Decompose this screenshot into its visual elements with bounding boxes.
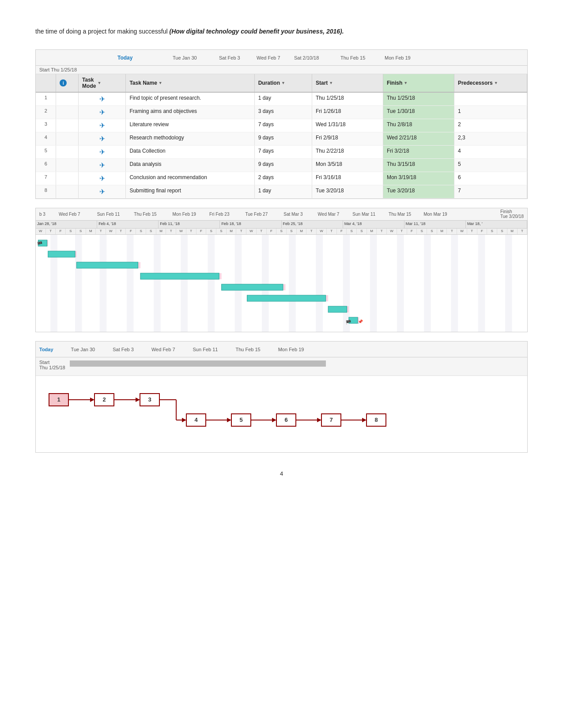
col-task-mode[interactable]: TaskMode ▼	[79, 74, 126, 92]
row-task-name: Framing aims and objectives	[126, 106, 254, 119]
day-t12: T	[447, 229, 457, 234]
day-s11: S	[417, 229, 427, 234]
day-m2: M	[156, 229, 166, 234]
start-dropdown-arrow[interactable]: ▼	[329, 81, 333, 85]
day-t2: T	[96, 229, 106, 234]
svg-marker-44	[136, 398, 140, 402]
col-start[interactable]: Start ▼	[312, 74, 383, 92]
date-label-4: Thu Feb 15	[340, 55, 365, 60]
day-s6: S	[216, 229, 227, 234]
svg-text:3: 3	[148, 396, 151, 403]
day-w2: W	[106, 229, 116, 234]
day-m6: M	[437, 229, 447, 234]
row-finish: Thu 3/15/18	[383, 159, 454, 172]
svg-rect-4	[154, 235, 161, 332]
day-w4: W	[246, 229, 257, 234]
row-num: 3	[36, 119, 56, 132]
date-label-sat: Sat 2/10/18	[294, 55, 319, 60]
col-predecessors[interactable]: Predecessors ▼	[454, 74, 527, 92]
col-task-name[interactable]: Task Name ▼	[126, 74, 254, 92]
row-task-name: Literature review	[126, 119, 254, 132]
svg-marker-66	[362, 418, 367, 422]
finish-dropdown-arrow[interactable]: ▼	[404, 81, 408, 85]
row-duration: 9 days	[254, 159, 312, 172]
day-w: W	[36, 229, 46, 234]
day-t7: T	[257, 229, 267, 234]
row-start: Fri 2/9/18	[312, 132, 383, 146]
week-feb11: Feb 11, '18	[159, 221, 220, 228]
row-duration: 9 days	[254, 132, 312, 146]
task-mode-icon: ✈	[99, 175, 105, 182]
svg-rect-0	[50, 235, 57, 332]
start-date: Thu 1/25/18	[51, 67, 77, 72]
week-mar18: Mar 18, '	[466, 221, 527, 228]
network-label-jan30: Tue Jan 30	[71, 347, 95, 352]
task-mode-icon: ✈	[99, 135, 105, 143]
row-task-name: Submitting final report	[126, 185, 254, 199]
gantt-chart-timeline: b 3 Wed Feb 7 Sun Feb 11 Thu Feb 15 Mon …	[36, 208, 527, 221]
day-t: T	[46, 229, 56, 234]
day-t5: T	[186, 229, 196, 234]
col-finish[interactable]: Finish ▼	[383, 74, 454, 92]
row-finish: Mon 3/19/18	[383, 172, 454, 185]
svg-rect-31	[247, 295, 326, 301]
col-duration[interactable]: Duration ▼	[254, 74, 312, 92]
row-predecessors: 1	[454, 106, 527, 119]
row-predecessors: 7	[454, 185, 527, 199]
svg-rect-28	[76, 262, 138, 268]
row-num: 2	[36, 106, 56, 119]
task-name-dropdown-arrow[interactable]: ▼	[159, 81, 162, 85]
svg-marker-50	[182, 418, 186, 422]
intro-paragraph: the time of doing a project for making s…	[35, 26, 433, 36]
duration-dropdown-arrow[interactable]: ▼	[281, 81, 285, 85]
svg-rect-13	[397, 235, 404, 332]
col-start-label: Start	[316, 80, 328, 86]
date-label-2: Sat Feb 3	[219, 55, 240, 60]
network-label-feb7: Wed Feb 7	[151, 347, 175, 352]
network-start-date: Thu 1/25/18	[39, 365, 65, 370]
col-predecessors-label: Predecessors	[458, 80, 493, 86]
col-task-name-label: Task Name	[129, 80, 157, 86]
task-mode-dropdown-arrow[interactable]: ▼	[97, 81, 101, 85]
row-finish: Tue 3/20/18	[383, 185, 454, 199]
week-jan28: Jan 28, '18	[36, 221, 97, 228]
svg-rect-1	[75, 235, 82, 332]
intro-text-italic: (How digital technology could benefit yo…	[169, 28, 344, 35]
row-task-mode: ✈	[79, 172, 126, 185]
week-mar11: Mar 11, '18	[404, 221, 466, 228]
day-w6: W	[387, 229, 397, 234]
row-task-name: Data Collection	[126, 146, 254, 159]
task-mode-icon: ✈	[99, 148, 105, 156]
predecessors-dropdown-arrow[interactable]: ▼	[494, 81, 498, 85]
day-m5: M	[367, 229, 377, 234]
task-mode-icon: ✈	[99, 188, 105, 195]
col-info: i	[56, 74, 79, 92]
row-start: Thu 1/25/18	[312, 92, 383, 106]
day-s5: S	[206, 229, 216, 234]
day-f3: F	[196, 229, 207, 234]
table-row: 3 ✈ Literature review 7 days Wed 1/31/18…	[36, 119, 527, 132]
day-t4: T	[166, 229, 176, 234]
row-info	[56, 185, 79, 199]
date-label-3: Wed Feb 7	[257, 55, 280, 60]
day-s14: S	[497, 229, 507, 234]
day-f2: F	[126, 229, 136, 234]
day-w5: W	[317, 229, 327, 234]
row-num: 4	[36, 132, 56, 146]
row-task-mode: ✈	[79, 159, 126, 172]
network-diagram-section: Today Tue Jan 30 Sat Feb 3 Wed Feb 7 Sun…	[35, 341, 528, 453]
row-task-name: Research methodology	[126, 132, 254, 146]
row-num: 7	[36, 172, 56, 185]
day-t9: T	[327, 229, 337, 234]
row-info	[56, 92, 79, 106]
row-predecessors: 4	[454, 146, 527, 159]
timeline-thu-mar15: Thu Mar 15	[389, 212, 411, 217]
page-number: 4	[35, 470, 528, 477]
timeline-b3: b 3	[39, 212, 45, 217]
table-row: 7 ✈ Conclusion and recommendation 2 days…	[36, 172, 527, 185]
table-row: 5 ✈ Data Collection 7 days Thu 2/22/18 F…	[36, 146, 527, 159]
svg-rect-29	[140, 273, 219, 279]
day-s13: S	[487, 229, 497, 234]
svg-text:8: 8	[374, 417, 378, 423]
row-duration: 3 days	[254, 106, 312, 119]
